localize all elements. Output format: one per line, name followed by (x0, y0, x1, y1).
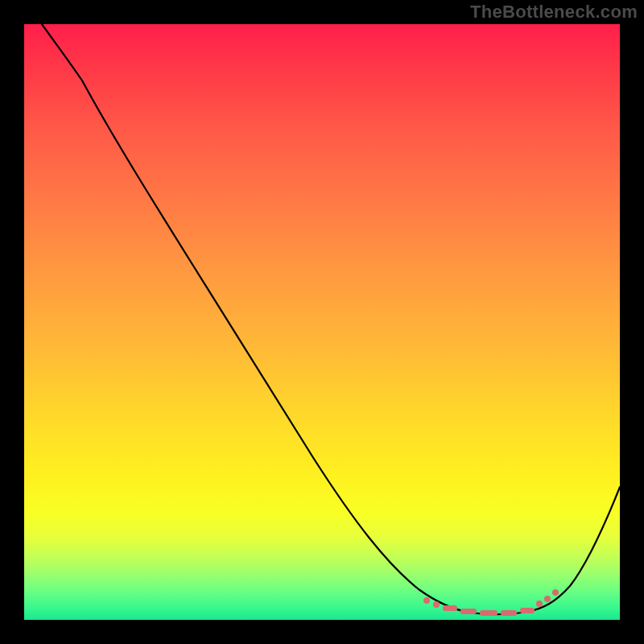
svg-rect-2 (443, 605, 457, 611)
svg-point-9 (552, 589, 559, 596)
optimal-zone-markers (423, 589, 559, 616)
chart-frame: TheBottleneck.com (0, 0, 644, 644)
svg-point-8 (544, 596, 551, 602)
svg-rect-5 (501, 610, 517, 616)
watermark-text: TheBottleneck.com (470, 2, 638, 23)
svg-rect-4 (480, 610, 497, 616)
svg-point-7 (536, 601, 543, 607)
bottleneck-curve (42, 24, 620, 614)
svg-point-1 (433, 601, 440, 608)
svg-point-0 (423, 597, 430, 604)
svg-rect-3 (460, 609, 477, 614)
curve-layer (24, 24, 620, 620)
plot-area (24, 24, 620, 620)
svg-rect-6 (520, 608, 535, 613)
